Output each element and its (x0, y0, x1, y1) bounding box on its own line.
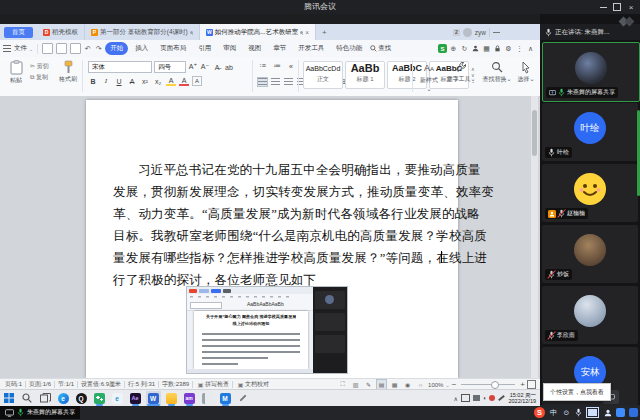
qq-icon[interactable]: Q (74, 391, 89, 406)
ribbon-tab-home[interactable]: 开始 (105, 42, 128, 55)
wps-taskbar-icon[interactable]: W (146, 391, 161, 406)
numbered-list-icon[interactable]: ≔ (272, 61, 282, 71)
status-word-count[interactable]: 字数:2389 (162, 380, 189, 389)
ime-mode-icon[interactable]: ⊙ (562, 408, 571, 417)
pen-app-icon[interactable] (236, 391, 251, 406)
file-explorer-icon[interactable] (164, 391, 179, 406)
tab-home[interactable]: 首页 (4, 27, 33, 38)
tray-display-icon[interactable] (461, 394, 470, 402)
tray-expand-icon[interactable]: ∧ (453, 395, 457, 402)
refresh-icon[interactable]: ↻ (460, 44, 469, 53)
copy-button[interactable]: ⧉ 复制 (30, 73, 48, 82)
font-name-select[interactable]: 宋体 (88, 61, 152, 73)
font-color-icon[interactable]: A (179, 76, 189, 86)
ime-language-icon[interactable]: 中 (549, 408, 558, 417)
align-center-icon[interactable] (271, 78, 280, 86)
print-icon[interactable] (56, 43, 67, 54)
participant-tile[interactable]: 朱燕舞的屏幕共享 (542, 42, 640, 102)
screen-share-indicator[interactable]: 朱燕舞的屏幕共享 (0, 406, 80, 419)
fullscreen-icon[interactable] (527, 380, 536, 389)
participant-tile[interactable]: 炒饭 (542, 225, 638, 283)
strikethrough-icon[interactable]: A (127, 76, 137, 86)
tab-doc2-active[interactable]: W 如何推动学院高...艺术教研室 × (200, 24, 316, 40)
phonetic-icon[interactable]: ab (224, 62, 234, 72)
zoom-slider[interactable] (461, 384, 515, 385)
embedded-screenshot-image[interactable]: AaBbAaBbAaBb 关于开展“凝心聚力 聚焦会商 推进学校高质量发展” 线… (186, 286, 348, 374)
new-style-button[interactable]: AA 新样式⌄ (418, 61, 440, 92)
increase-font-icon[interactable]: A⁺ (188, 62, 198, 72)
after-effects-icon[interactable]: Ae (128, 391, 143, 406)
redo-icon[interactable]: ↷ (94, 44, 103, 53)
style-body[interactable]: AaBbCcDd 正文 (303, 61, 343, 89)
notification-badge[interactable]: 2 (453, 29, 460, 36)
ie-icon[interactable]: e (110, 391, 125, 406)
ribbon-tab-section[interactable]: 章节 (268, 42, 291, 55)
ime-keyboard-icon[interactable] (586, 407, 599, 418)
bullet-list-icon[interactable]: ∶≡ (258, 61, 268, 71)
start-button[interactable] (2, 391, 17, 406)
zoom-level[interactable]: 100% (428, 382, 443, 388)
cut-button[interactable]: ✂ 剪切 (30, 62, 49, 71)
character-border-icon[interactable]: A (192, 76, 202, 86)
save-icon[interactable] (42, 43, 53, 54)
text-tool-button[interactable]: 文字工具⌄ (446, 61, 476, 84)
tray-pen-icon[interactable] (499, 395, 506, 401)
ribbon-tab-references[interactable]: 引用 (193, 42, 216, 55)
more-icon[interactable]: ⋮ (515, 44, 524, 53)
task-view-icon[interactable] (38, 391, 53, 406)
ribbon-tab-review[interactable]: 审阅 (218, 42, 241, 55)
participant-tile[interactable]: 赵楠楠 (542, 164, 638, 222)
taskbar-search-icon[interactable] (20, 391, 35, 406)
format-painter-button[interactable]: 格式刷 (56, 60, 80, 84)
ime-toolbox-icon[interactable] (629, 408, 638, 417)
underline-icon[interactable]: U (114, 76, 124, 86)
wps-sync-icon[interactable]: S (438, 44, 447, 53)
subscript-icon[interactable]: x₂ (153, 76, 163, 86)
select-button[interactable]: 选择⌄ (516, 61, 536, 84)
zoom-slider-knob[interactable] (491, 381, 499, 389)
ribbon-tab-layout[interactable]: 页面布局 (155, 42, 191, 55)
personalization-tooltip[interactable]: 个性设置，点我看看 (543, 383, 611, 401)
tray-recording-icon[interactable] (489, 395, 495, 401)
document-scrollbar[interactable] (531, 96, 538, 378)
collapse-ribbon-icon[interactable]: ∧ (526, 44, 535, 53)
clear-format-icon[interactable]: A̶ (212, 62, 222, 72)
ime-person-icon[interactable] (603, 408, 612, 417)
participant-tile[interactable]: 李欣雨 (542, 286, 638, 344)
grid-apps-icon[interactable]: ▦ (482, 44, 491, 53)
participant-tile[interactable]: 叶绘 叶绘 (542, 103, 638, 161)
m-app-icon[interactable]: M (218, 391, 233, 406)
tab-doc1[interactable]: P 第一部分 基础教育部分(4课时) (85, 24, 200, 40)
maximize-icon[interactable] (610, 1, 624, 13)
wechat-icon[interactable] (92, 391, 107, 406)
ribbon-tab-developer[interactable]: 开发工具 (293, 42, 329, 55)
tray-volume-icon[interactable]: ◖ (483, 395, 487, 401)
lock-icon[interactable] (493, 44, 502, 53)
settings-icon[interactable]: ⚙ (504, 44, 513, 53)
ribbon-tab-insert[interactable]: 插入 (130, 42, 153, 55)
print-preview-icon[interactable] (70, 43, 81, 54)
avatar[interactable] (463, 28, 472, 37)
highlight-color-icon[interactable]: A (166, 76, 176, 86)
tab-close-icon[interactable]: × (305, 29, 309, 36)
paste-button[interactable]: 粘贴 (6, 60, 26, 85)
hamburger-icon[interactable] (3, 45, 11, 52)
account-name[interactable]: zyw (475, 29, 486, 36)
align-right-icon[interactable] (284, 78, 293, 86)
ribbon-tab-features[interactable]: 特色功能 (331, 42, 367, 55)
ime-skin-icon[interactable] (616, 408, 625, 417)
ime-voice-icon[interactable] (575, 408, 582, 417)
zoom-out-icon[interactable]: − (452, 380, 457, 389)
font-size-select[interactable]: 四号 (154, 61, 186, 73)
tray-battery-icon[interactable] (473, 395, 480, 401)
share-icon[interactable]: ⊕ (449, 44, 458, 53)
wps-minimize-icon[interactable] (493, 32, 500, 33)
align-left-icon[interactable] (258, 78, 267, 86)
bold-icon[interactable]: B (88, 76, 98, 86)
style-heading1[interactable]: AaBb 标题 1 (345, 61, 385, 89)
member-icon[interactable] (471, 44, 480, 53)
find-button[interactable]: 查找 (370, 44, 391, 53)
zoom-in-icon[interactable]: + (520, 380, 525, 389)
new-tab-button[interactable]: + (316, 24, 333, 40)
document-page[interactable]: 习近平总书记在党的十九届五中全会明确指出，要推动高质量 发展，贯彻新发展理念，切… (86, 100, 458, 378)
